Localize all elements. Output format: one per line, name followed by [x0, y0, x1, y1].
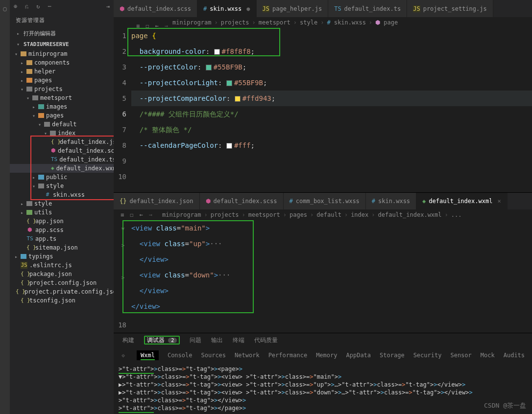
files-icon[interactable]: ▢ [0, 4, 10, 14]
inspect-icon[interactable]: ⟐ [121, 352, 125, 359]
folder-utils[interactable]: ▸utils [10, 208, 114, 217]
file-.eslintrc.js[interactable]: JS.eslintrc.js [10, 261, 114, 270]
devtools-tabs: ⟐ WxmlConsoleSourcesNetworkPerformanceMe… [114, 347, 532, 363]
file-app.json[interactable]: { }app.json [10, 217, 114, 226]
devtab-Audits[interactable]: Audits [504, 352, 525, 359]
editor-skin-wxss[interactable]: 12345678910 page { background-color: #f8… [114, 28, 532, 192]
crumb-skin.wxss[interactable]: # skin.wxss [327, 19, 365, 26]
list-icon[interactable]: ≡ [121, 211, 124, 218]
tab-comm_box_list.wxss[interactable]: #comm_box_list.wxss [284, 193, 366, 209]
more-icon[interactable]: ⋯ [48, 3, 51, 10]
editor-wxml[interactable]: v>>18 <view class="main"> <view class="u… [114, 220, 532, 333]
folder-pages[interactable]: ▾pages [10, 111, 114, 120]
panel-tab-构建[interactable]: 构建 [122, 336, 134, 345]
tab-default_index.json[interactable]: {}default_index.json [114, 193, 200, 209]
crumb-style[interactable]: style [300, 19, 317, 26]
crumb-projects[interactable]: projects [221, 19, 249, 26]
dom-tree[interactable]: >"t-attr">>class>=>"t-tag">><page>>▼>"t-… [114, 363, 532, 414]
crumb-page[interactable]: ⬢ page [375, 19, 398, 26]
panel-tab-调试器[interactable]: 调试器 2 [144, 336, 180, 345]
folder-meetsport[interactable]: ▾meetsport [10, 93, 114, 102]
file-default_index.ts[interactable]: TSdefault_index.ts [10, 155, 114, 164]
panel-tab-代码质量[interactable]: 代码质量 [254, 336, 278, 345]
folder-index[interactable]: ▾index [10, 129, 114, 138]
bookmark-icon[interactable]: ☐ [130, 211, 133, 218]
devtab-Sensor[interactable]: Sensor [450, 352, 471, 359]
main-area: ⬢default_index.scss#skin.wxss●JSpage_hel… [114, 0, 532, 414]
devtab-Mock[interactable]: Mock [481, 352, 495, 359]
crumb-default_index.wxml[interactable]: default_index.wxml [378, 211, 441, 218]
crumb-...[interactable]: ... [451, 211, 462, 218]
forward-icon[interactable]: → [149, 211, 152, 218]
devtab-Storage[interactable]: Storage [380, 352, 405, 359]
tab-skin.wxss[interactable]: #skin.wxss● [197, 0, 257, 17]
devtab-Console[interactable]: Console [168, 352, 193, 359]
devtab-Performance[interactable]: Performance [268, 352, 307, 359]
sidebar: ⊕ ⎌ ↻ ⋯ ⇥ 资源管理器 ▸打开的编辑器 ▾STADIUMRESERVE … [10, 0, 114, 414]
folder-miniprogram[interactable]: ▾miniprogram [10, 49, 114, 58]
breadcrumb-2: miniprogram›projects›meetsport›pages›def… [158, 211, 462, 218]
devtab-Wxml[interactable]: Wxml [137, 350, 159, 360]
folder-components[interactable]: ▸components [10, 58, 114, 67]
close-icon[interactable]: × [497, 198, 501, 205]
file-project.config.json[interactable]: { }project.config.json [10, 278, 114, 287]
tab-default_index.scss[interactable]: ⬢default_index.scss [114, 0, 197, 17]
file-default_index.scss[interactable]: ⬢default_index.scss [10, 146, 114, 155]
tab-page_helper.js[interactable]: JSpage_helper.js [257, 0, 329, 17]
devtab-AppData[interactable]: AppData [346, 352, 371, 359]
file-project.private.config.json[interactable]: { }project.private.config.json [10, 287, 114, 296]
file-app.scss[interactable]: ⬢app.scss [10, 226, 114, 234]
panel-tabs: 构建调试器 2问题输出终端代码质量 [114, 333, 532, 347]
branch-icon[interactable]: ⎌ [25, 3, 28, 10]
folder-pages[interactable]: ▸pages [10, 76, 114, 85]
file-package.json[interactable]: { }package.json [10, 270, 114, 278]
devtab-Memory[interactable]: Memory [316, 352, 337, 359]
devtab-Network[interactable]: Network [235, 352, 260, 359]
crumb-projects[interactable]: projects [211, 211, 239, 218]
folder-style[interactable]: ▾style [10, 182, 114, 190]
editor-tabs-2: {}default_index.json⬢default_index.scss#… [114, 193, 532, 209]
back-icon[interactable]: ← [139, 211, 143, 218]
crumb-meetsport[interactable]: meetsport [248, 211, 280, 218]
tab-skin.wxss[interactable]: #skin.wxss [366, 193, 416, 209]
file-skin.wxss[interactable]: #skin.wxss [10, 190, 114, 199]
tab-default_index.ts[interactable]: TSdefault_index.ts [328, 0, 407, 17]
devtab-Security[interactable]: Security [413, 352, 442, 359]
panel-tab-输出[interactable]: 输出 [211, 336, 223, 345]
workspace-section[interactable]: ▾STADIUMRESERVE [10, 39, 114, 49]
file-app.ts[interactable]: TSapp.ts [10, 234, 114, 243]
collapse-icon[interactable]: ⇥ [106, 3, 110, 10]
crumb-default[interactable]: default [316, 211, 341, 218]
file-default_index.json[interactable]: { }default_index.json [10, 138, 114, 146]
crumb-index[interactable]: index [351, 211, 368, 218]
folder-typings[interactable]: ▸typings [10, 252, 114, 261]
file-tree: ▾miniprogram▸components▸helper▸pages▾pro… [10, 49, 114, 414]
panel-tab-终端[interactable]: 终端 [233, 336, 244, 345]
crumb-pages[interactable]: pages [290, 211, 307, 218]
tab-project_setting.js[interactable]: JSproject_setting.js [407, 0, 493, 17]
folder-public[interactable]: ▸public [10, 173, 114, 182]
editor-tabs: ⬢default_index.scss#skin.wxss●JSpage_hel… [114, 0, 532, 17]
file-default_index.wxml[interactable]: ◈default_index.wxml [10, 164, 114, 173]
crumb-miniprogram[interactable]: miniprogram [162, 211, 201, 218]
folder-images[interactable]: ▸images [10, 102, 114, 111]
bottom-panel: 构建调试器 2问题输出终端代码质量 ⟐ WxmlConsoleSourcesNe… [114, 333, 532, 414]
folder-style[interactable]: ▸style [10, 199, 114, 208]
open-editors-section[interactable]: ▸打开的编辑器 [10, 28, 114, 39]
folder-projects[interactable]: ▾projects [10, 85, 114, 93]
watermark: CSDN @茶一盘 [484, 401, 526, 410]
devtab-Sources[interactable]: Sources [201, 352, 226, 359]
refresh-icon[interactable]: ↻ [36, 3, 40, 10]
crumb-miniprogram[interactable]: miniprogram [172, 19, 211, 26]
crumb-meetsport[interactable]: meetsport [259, 19, 290, 26]
sidebar-title: 资源管理器 [10, 13, 114, 28]
file-tsconfig.json[interactable]: { }tsconfig.json [10, 296, 114, 305]
new-file-icon[interactable]: ⊕ [14, 3, 17, 10]
panel-tab-问题[interactable]: 问题 [190, 336, 201, 345]
file-sitemap.json[interactable]: { }sitemap.json [10, 243, 114, 252]
breadcrumb: miniprogram›projects›meetsport›style›# s… [114, 17, 532, 28]
tab-default_index.wxml[interactable]: ◈default_index.wxml× [416, 193, 508, 209]
folder-helper[interactable]: ▸helper [10, 67, 114, 76]
folder-default[interactable]: ▾default [10, 120, 114, 129]
tab-default_index.scss[interactable]: ⬢default_index.scss [200, 193, 284, 209]
